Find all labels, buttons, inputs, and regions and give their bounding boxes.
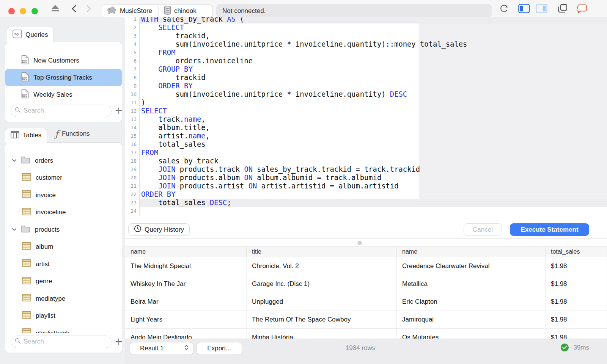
export-button[interactable]: Export... <box>197 342 242 355</box>
sql-editor[interactable]: 123456789101112131415161718192021222324 … <box>125 17 607 222</box>
code-line-10[interactable]: sum(invoiceline.unitprice * invoiceline.… <box>125 90 607 99</box>
table-cell[interactable]: Os Mutantes <box>397 329 546 339</box>
folder-icon <box>20 156 30 166</box>
table-cell[interactable]: Jamiroquai <box>397 311 546 328</box>
code-line-15[interactable]: artist.name, <box>125 132 607 140</box>
chevron-down-icon[interactable] <box>12 159 17 162</box>
table-item-genre[interactable]: genre <box>5 273 122 290</box>
table-item-invoiceline[interactable]: invoiceline <box>5 204 122 221</box>
column-header-total_sales[interactable]: total_sales <box>546 247 607 257</box>
back-button[interactable] <box>71 5 76 13</box>
table-cell[interactable]: $1.98 <box>546 293 607 311</box>
code-line-14[interactable]: album.title, <box>125 124 607 132</box>
editor-results-divider[interactable] <box>125 238 607 239</box>
code-line-24[interactable] <box>125 207 607 215</box>
forward-button[interactable] <box>86 5 91 13</box>
table-item-customer[interactable]: customer <box>5 169 122 187</box>
code-line-17[interactable]: FROM <box>125 149 607 157</box>
refresh-button[interactable] <box>499 3 509 14</box>
table-cell[interactable]: Garage Inc. (Disc 1) <box>247 275 397 293</box>
cancel-button[interactable]: Cancel <box>464 223 502 236</box>
toggle-right-sidebar-button[interactable] <box>536 4 547 13</box>
code-line-8[interactable]: trackid <box>125 74 607 82</box>
queries-search-input[interactable] <box>24 107 107 115</box>
table-cell[interactable]: Ando Meio Desligado <box>125 329 247 339</box>
code-line-2[interactable]: SELECT <box>125 24 607 32</box>
chevron-down-icon[interactable] <box>12 228 17 231</box>
column-header-title[interactable]: title <box>247 247 397 257</box>
query-item-top-grossing-tracks[interactable]: SQLTop Grossing Tracks <box>5 69 122 86</box>
table-item-invoice[interactable]: invoice <box>5 187 122 204</box>
table-cell[interactable]: Unplugged <box>247 293 397 311</box>
zoom-button[interactable] <box>31 8 38 14</box>
close-button[interactable] <box>8 8 15 14</box>
code-line-21[interactable]: JOIN products.artist ON artist.artistid … <box>125 182 607 190</box>
query-item-weekly-sales[interactable]: SQLWeekly Sales <box>5 86 122 103</box>
table-cell[interactable]: Chronicle, Vol. 2 <box>247 257 397 275</box>
table-cell[interactable]: Eric Clapton <box>397 293 546 311</box>
code-line-16[interactable]: total_sales <box>125 140 607 149</box>
table-cell[interactable]: Minha História <box>247 329 397 339</box>
query-history-button[interactable]: Query History <box>128 223 190 236</box>
table-row[interactable]: The Midnight SpecialChronicle, Vol. 2Cre… <box>125 257 607 275</box>
tab-functions[interactable]: ƒ Functions <box>51 130 94 138</box>
schema-folder-orders[interactable]: orders <box>5 152 122 169</box>
toggle-left-sidebar-button[interactable] <box>518 4 530 13</box>
schema-folder-products[interactable]: products <box>5 221 122 238</box>
code-line-1[interactable]: WITH sales_by_track AS ( <box>125 17 607 24</box>
table-cell[interactable]: $1.98 <box>546 257 607 275</box>
table-row[interactable]: Beira MarUnpluggedEric Clapton$1.98 <box>125 293 607 311</box>
table-cell[interactable]: Creedence Clearwater Revival <box>397 257 546 275</box>
table-cell[interactable]: The Return Of The Space Cowboy <box>247 311 397 328</box>
table-cell[interactable]: Light Years <box>125 311 247 328</box>
code-line-22[interactable]: ORDER BY <box>125 190 607 199</box>
code-line-19[interactable]: JOIN products.track ON sales_by_track.tr… <box>125 165 607 174</box>
result-selector[interactable]: Result 1 <box>130 342 193 355</box>
table-row[interactable]: Ando Meio DesligadoMinha HistóriaOs Muta… <box>125 329 607 339</box>
eject-icon[interactable] <box>50 4 60 13</box>
table-item-album[interactable]: album <box>5 238 122 256</box>
table-cell[interactable]: Beira Mar <box>125 293 247 311</box>
tab-tables[interactable]: Tables <box>5 128 47 143</box>
table-cell[interactable]: $1.98 <box>546 311 607 328</box>
execute-statement-button[interactable]: Execute Statement <box>510 223 589 236</box>
code-line-13[interactable]: track.name, <box>125 115 607 124</box>
table-cell[interactable]: Whiskey In The Jar <box>125 275 247 293</box>
tab-queries[interactable]: SQL Queries <box>7 27 54 42</box>
table-item-artist[interactable]: artist <box>5 256 122 273</box>
minimize-button[interactable] <box>20 8 26 14</box>
table-cell[interactable]: The Midnight Special <box>125 257 247 275</box>
add-table-button[interactable] <box>115 337 122 346</box>
code-line-5[interactable]: FROM <box>125 49 607 57</box>
column-header-name[interactable]: name <box>125 247 247 257</box>
windows-icon[interactable] <box>558 4 568 13</box>
table-cell[interactable]: $1.98 <box>546 329 607 339</box>
connection-status-text: Not connected. <box>222 7 266 15</box>
code-line-6[interactable]: orders.invoiceline <box>125 57 607 65</box>
code-line-9[interactable]: ORDER BY <box>125 82 607 90</box>
code-lines[interactable]: WITH sales_by_track AS ( SELECT trackid,… <box>125 17 607 215</box>
code-line-7[interactable]: GROUP BY <box>125 65 607 74</box>
table-cell[interactable]: Metallica <box>397 275 546 293</box>
tables-search-input[interactable] <box>24 338 107 345</box>
code-line-3[interactable]: trackid, <box>125 32 607 40</box>
query-item-new-customers[interactable]: SQLNew Customers <box>5 52 122 69</box>
breadcrumb-database[interactable]: chinook <box>160 5 200 17</box>
code-line-11[interactable]: ) <box>125 99 607 107</box>
table-item-mediatype[interactable]: mediatype <box>5 290 122 308</box>
result-selector-label: Result 1 <box>140 345 164 352</box>
feedback-chat-button[interactable] <box>577 4 588 14</box>
code-line-20[interactable]: JOIN products.album ON album.albumid = t… <box>125 174 607 182</box>
code-line-12[interactable]: SELECT <box>125 107 607 115</box>
breadcrumb-server[interactable]: MusicStore <box>102 5 156 17</box>
code-line-18[interactable]: sales_by_track <box>125 157 607 165</box>
add-query-button[interactable] <box>115 106 122 115</box>
code-line-23[interactable]: total_sales DESC; <box>125 199 607 207</box>
table-row[interactable]: Whiskey In The JarGarage Inc. (Disc 1)Me… <box>125 275 607 293</box>
table-cell[interactable]: $1.98 <box>546 275 607 293</box>
table-item-playlist[interactable]: playlist <box>5 308 122 325</box>
column-header-name[interactable]: name <box>397 247 546 257</box>
code-line-4[interactable]: sum(invoiceline.unitprice * invoiceline.… <box>125 40 607 49</box>
divider-drag-handle[interactable] <box>357 241 362 245</box>
table-row[interactable]: Light YearsThe Return Of The Space Cowbo… <box>125 311 607 329</box>
